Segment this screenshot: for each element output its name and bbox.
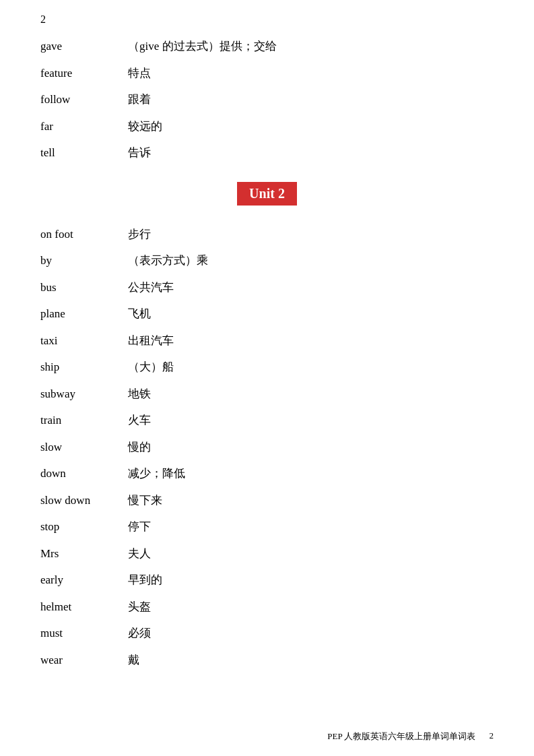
chinese-meaning: 减少；降低 — [128, 465, 185, 482]
vocab-row: tell告诉 — [40, 144, 494, 162]
chinese-meaning: 戴 — [128, 652, 139, 669]
vocab-row: train火车 — [40, 412, 494, 429]
english-word: plane — [40, 305, 128, 323]
english-word: early — [40, 571, 128, 589]
vocab-row: far较远的 — [40, 118, 494, 135]
english-word: by — [40, 252, 128, 270]
vocab-row: taxi出租汽车 — [40, 332, 494, 350]
english-word: on foot — [40, 226, 128, 243]
unit2-header: Unit 2 — [40, 182, 494, 206]
english-word: subway — [40, 385, 128, 403]
english-word: slow — [40, 439, 128, 456]
chinese-meaning: 早到的 — [128, 571, 162, 589]
unit1-vocab-table: gave（give 的过去式）提供；交给feature特点follow跟着far… — [40, 38, 494, 162]
chinese-meaning: 夫人 — [128, 545, 151, 563]
chinese-meaning: 头盔 — [128, 598, 151, 616]
english-word: wear — [40, 652, 128, 669]
chinese-meaning: 跟着 — [128, 91, 151, 108]
english-word: train — [40, 412, 128, 429]
vocab-row: ship（大）船 — [40, 358, 494, 376]
chinese-meaning: 必须 — [128, 625, 151, 642]
vocab-row: must必须 — [40, 625, 494, 642]
vocab-row: by（表示方式）乘 — [40, 252, 494, 270]
vocab-row: slow慢的 — [40, 439, 494, 456]
vocab-row: early早到的 — [40, 571, 494, 589]
chinese-meaning: 较远的 — [128, 118, 162, 135]
english-word: down — [40, 465, 128, 482]
vocab-row: bus公共汽车 — [40, 279, 494, 296]
chinese-meaning: （give 的过去式）提供；交给 — [128, 38, 277, 55]
page-number-bottom: 2 — [490, 730, 494, 743]
vocab-row: stop停下 — [40, 518, 494, 536]
chinese-meaning: 地铁 — [128, 385, 151, 403]
vocab-row: helmet头盔 — [40, 598, 494, 616]
vocab-row: gave（give 的过去式）提供；交给 — [40, 38, 494, 55]
english-word: tell — [40, 144, 128, 162]
vocab-row: Mrs夫人 — [40, 545, 494, 563]
chinese-meaning: 飞机 — [128, 305, 151, 323]
chinese-meaning: 慢下来 — [128, 492, 162, 509]
english-word: bus — [40, 279, 128, 296]
chinese-meaning: 慢的 — [128, 439, 151, 456]
vocab-row: down减少；降低 — [40, 465, 494, 482]
chinese-meaning: 步行 — [128, 226, 151, 243]
vocab-row: on foot步行 — [40, 226, 494, 243]
chinese-meaning: 公共汽车 — [128, 279, 174, 296]
vocab-row: wear戴 — [40, 652, 494, 669]
page: 2 gave（give 的过去式）提供；交给feature特点follow跟着f… — [0, 0, 534, 756]
english-word: gave — [40, 38, 128, 55]
page-number-top: 2 — [40, 13, 494, 26]
english-word: must — [40, 625, 128, 642]
unit2-vocab-table: on foot步行by（表示方式）乘bus公共汽车plane飞机taxi出租汽车… — [40, 226, 494, 669]
english-word: far — [40, 118, 128, 135]
chinese-meaning: 告诉 — [128, 144, 151, 162]
vocab-row: feature特点 — [40, 65, 494, 82]
vocab-row: follow跟着 — [40, 91, 494, 108]
english-word: taxi — [40, 332, 128, 350]
chinese-meaning: 火车 — [128, 412, 151, 429]
vocab-row: plane飞机 — [40, 305, 494, 323]
english-word: Mrs — [40, 545, 128, 563]
chinese-meaning: （大）船 — [128, 358, 174, 376]
english-word: stop — [40, 518, 128, 536]
footer-label: PEP 人教版英语六年级上册单词单词表 — [327, 730, 475, 743]
english-word: follow — [40, 91, 128, 108]
chinese-meaning: （表示方式）乘 — [128, 252, 208, 270]
vocab-row: subway地铁 — [40, 385, 494, 403]
vocab-row: slow down慢下来 — [40, 492, 494, 509]
english-word: helmet — [40, 598, 128, 616]
english-word: ship — [40, 358, 128, 376]
footer: PEP 人教版英语六年级上册单词单词表 2 — [0, 730, 534, 743]
chinese-meaning: 出租汽车 — [128, 332, 174, 350]
english-word: slow down — [40, 492, 128, 509]
unit2-badge: Unit 2 — [237, 182, 297, 206]
chinese-meaning: 特点 — [128, 65, 151, 82]
chinese-meaning: 停下 — [128, 518, 151, 536]
english-word: feature — [40, 65, 128, 82]
